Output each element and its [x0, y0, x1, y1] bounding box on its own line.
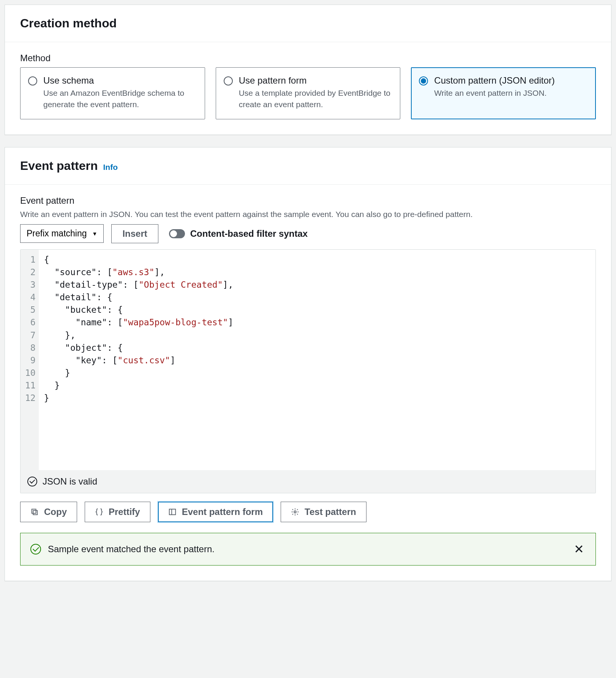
form-label: Event pattern form	[182, 507, 263, 517]
event-pattern-header: Event pattern Info	[5, 147, 611, 185]
alert-text: Sample event matched the event pattern.	[48, 544, 565, 554]
line-number-gutter: 1 2 3 4 5 6 7 8 9 10 11 12	[21, 250, 39, 470]
copy-icon	[30, 508, 39, 516]
panel-icon	[168, 508, 177, 516]
radio-icon	[28, 76, 37, 86]
method-option-schema[interactable]: Use schema Use an Amazon EventBridge sch…	[20, 67, 205, 119]
event-pattern-body: Event pattern Write an event pattern in …	[5, 185, 611, 581]
event-pattern-panel: Event pattern Info Event pattern Write a…	[5, 147, 611, 581]
content-filter-toggle[interactable]: Content-based filter syntax	[169, 228, 308, 239]
svg-point-4	[294, 511, 296, 513]
prettify-label: Prettify	[109, 507, 140, 517]
braces-icon	[95, 508, 103, 516]
prefix-matching-label: Prefix matching	[27, 228, 87, 239]
method-option-desc: Use an Amazon EventBridge schema to gene…	[43, 87, 196, 111]
method-option-desc: Write an event pattern in JSON.	[434, 87, 554, 99]
gear-icon	[291, 508, 299, 516]
event-pattern-form-button[interactable]: Event pattern form	[158, 502, 273, 522]
method-label: Method	[20, 53, 596, 63]
radio-icon	[419, 76, 428, 86]
insert-button[interactable]: Insert	[111, 224, 158, 243]
info-link[interactable]: Info	[103, 163, 117, 172]
method-option-desc: Use a template provided by EventBridge t…	[239, 87, 392, 111]
code-content[interactable]: { "source": ["aws.s3"], "detail-type": […	[39, 250, 595, 470]
validation-bar: JSON is valid	[21, 470, 595, 493]
test-label: Test pattern	[305, 507, 356, 517]
validation-text: JSON is valid	[43, 476, 97, 487]
creation-method-body: Method Use schema Use an Amazon EventBri…	[5, 42, 611, 135]
svg-rect-2	[169, 509, 175, 515]
method-options: Use schema Use an Amazon EventBridge sch…	[20, 67, 596, 119]
creation-method-panel: Creation method Method Use schema Use an…	[5, 5, 611, 135]
creation-method-title: Creation method	[20, 16, 117, 30]
creation-method-header: Creation method	[5, 5, 611, 42]
copy-label: Copy	[44, 507, 67, 517]
method-option-title: Use pattern form	[239, 75, 392, 86]
method-option-form[interactable]: Use pattern form Use a template provided…	[216, 67, 401, 119]
method-option-title: Custom pattern (JSON editor)	[434, 75, 554, 86]
svg-rect-0	[33, 510, 37, 515]
event-pattern-title: Event pattern	[20, 159, 98, 173]
close-icon[interactable]: ✕	[572, 542, 586, 557]
caret-down-icon: ▼	[92, 231, 98, 237]
copy-button[interactable]: Copy	[20, 502, 77, 522]
svg-rect-1	[32, 509, 36, 513]
check-circle-icon	[27, 477, 37, 486]
editor-actions: Copy Prettify Event pattern form Test pa…	[20, 502, 596, 522]
prettify-button[interactable]: Prettify	[85, 502, 150, 522]
editor-toolbar: Prefix matching ▼ Insert Content-based f…	[20, 224, 596, 243]
radio-icon	[224, 76, 233, 86]
event-pattern-hint: Write an event pattern in JSON. You can …	[20, 210, 596, 219]
method-option-title: Use schema	[43, 75, 196, 86]
toggle-label: Content-based filter syntax	[190, 228, 308, 239]
test-pattern-button[interactable]: Test pattern	[281, 502, 366, 522]
success-check-icon	[30, 544, 41, 554]
json-editor: 1 2 3 4 5 6 7 8 9 10 11 12 { "source": […	[20, 249, 596, 493]
event-pattern-subtitle: Event pattern	[20, 195, 596, 206]
success-alert: Sample event matched the event pattern. …	[20, 533, 596, 566]
prefix-matching-select[interactable]: Prefix matching ▼	[20, 224, 104, 243]
method-option-custom[interactable]: Custom pattern (JSON editor) Write an ev…	[411, 67, 596, 119]
toggle-icon	[169, 229, 185, 238]
